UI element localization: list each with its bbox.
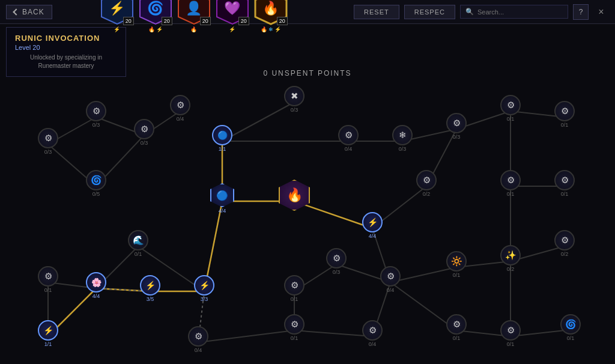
- node-icon: ✨: [500, 245, 521, 265]
- node-label: 0/3: [291, 107, 298, 113]
- node-label: 4/4: [369, 233, 377, 239]
- skill-node-n20[interactable]: ⚙0/1: [38, 266, 58, 293]
- skill-node-n16[interactable]: ⚙0/2: [416, 170, 437, 197]
- node-icon: 🌀: [560, 314, 581, 335]
- skill-node-n32[interactable]: ⚙0/1: [284, 314, 304, 341]
- node-icon: ⚡: [194, 275, 214, 296]
- node-icon: 🌸: [86, 272, 106, 293]
- node-label: 0/3: [399, 146, 407, 152]
- skill-node-n1[interactable]: ⚙0/3: [38, 128, 58, 155]
- back-label: BACK: [22, 8, 44, 16]
- skill-node-n7[interactable]: ✖0/3: [284, 86, 304, 113]
- node-label: 0/1: [507, 341, 515, 347]
- skill-node-n28[interactable]: ✨0/2: [500, 245, 521, 272]
- skill-icon-3[interactable]: 👤 20 🔥: [177, 0, 211, 32]
- close-button[interactable]: ×: [593, 4, 609, 20]
- help-button[interactable]: ?: [573, 4, 589, 20]
- skill-node-n22[interactable]: ⚡3/5: [140, 275, 160, 302]
- skill-node-n10[interactable]: ⚙0/3: [446, 113, 467, 140]
- node-label: 0/4: [369, 341, 377, 347]
- skill-node-n3[interactable]: ⚙0/3: [134, 119, 154, 146]
- skill-node-n29[interactable]: ⚙0/2: [554, 230, 575, 257]
- respec-button[interactable]: RESPEC: [404, 5, 455, 19]
- skill-node-n19[interactable]: 🌊0/1: [128, 230, 148, 257]
- node-icon: ⚙: [446, 314, 467, 335]
- node-label: 3/5: [147, 296, 154, 302]
- node-icon: ⚙: [38, 266, 58, 287]
- skill-node-n9[interactable]: ❄0/3: [392, 125, 413, 152]
- node-icon: ⚙: [188, 326, 208, 347]
- node-icon: ⚙: [134, 119, 154, 139]
- node-icon: ⚙: [500, 95, 521, 115]
- node-label: 0/1: [44, 287, 52, 293]
- node-icon: ⚙: [554, 170, 575, 190]
- node-icon: ⚙: [362, 320, 383, 341]
- skill-icon-5[interactable]: 🔥 20 🔥❄⚡: [254, 0, 288, 32]
- node-icon: ⚙: [326, 248, 347, 268]
- node-icon: 🔆: [446, 251, 467, 271]
- node-icon: ⚙: [500, 320, 521, 341]
- node-label: 0/3: [44, 149, 52, 155]
- skill-node-n31[interactable]: ⚙0/4: [188, 326, 208, 353]
- skill-node-n8[interactable]: ⚙0/4: [338, 125, 359, 152]
- skill-node-n30[interactable]: ⚡1/1: [38, 320, 58, 347]
- skill-node-n35[interactable]: ⚙0/1: [500, 320, 521, 347]
- skill-icon-1[interactable]: ⚡ 20 ⚡: [100, 0, 134, 32]
- node-label: 0/1: [561, 122, 569, 128]
- skill-node-n33[interactable]: ⚙0/4: [362, 320, 383, 347]
- reset-button[interactable]: RESET: [354, 5, 399, 19]
- node-icon: ⚙: [380, 266, 401, 287]
- skill-node-n4[interactable]: ⚙0/4: [170, 95, 190, 122]
- skill-node-n17[interactable]: ⚙0/1: [500, 170, 521, 197]
- skill-level: Level 20: [15, 44, 117, 51]
- skill-node-n11[interactable]: ⚙0/1: [500, 95, 521, 122]
- node-icon: 🔥: [279, 180, 310, 211]
- node-label: 0/3: [141, 140, 148, 146]
- search-box: 🔍: [460, 5, 568, 19]
- skill-node-n27[interactable]: 🔆0/1: [446, 251, 467, 278]
- node-label: 0/1: [291, 296, 298, 302]
- skill-node-n21[interactable]: 🌸4/4: [86, 272, 106, 299]
- skill-icon-4[interactable]: 💜 20 ⚡: [216, 0, 249, 32]
- back-button[interactable]: BACK: [6, 5, 52, 19]
- skill-node-n15[interactable]: ⚡4/4: [362, 212, 383, 239]
- top-right-buttons: RESET RESPEC 🔍 ? ×: [354, 4, 609, 20]
- svg-line-39: [198, 330, 294, 342]
- skill-icon-2[interactable]: 🌀 20 🔥⚡: [139, 0, 172, 32]
- skill-node-n34[interactable]: ⚙0/1: [446, 314, 467, 341]
- skill-node-n2[interactable]: ⚙0/3: [86, 101, 106, 128]
- search-input[interactable]: [477, 8, 562, 16]
- node-icon: ⚙: [338, 125, 359, 145]
- skill-node-n23[interactable]: ⚡3/3: [194, 275, 214, 302]
- skill-node-n36[interactable]: 🌀0/1: [560, 314, 581, 341]
- node-label: 0/3: [453, 134, 461, 140]
- skill-node-n14[interactable]: 🔥: [279, 180, 310, 211]
- skill-node-n24[interactable]: ⚙0/1: [284, 275, 304, 302]
- node-icon: 🌀: [86, 170, 106, 190]
- node-label: 1/1: [44, 341, 52, 347]
- skill-title: Runic Invocation: [15, 34, 117, 43]
- skill-node-n5[interactable]: 🌀0/5: [86, 170, 106, 197]
- skill-description: Unlocked by specializing in Runemaster m…: [15, 53, 117, 70]
- svg-line-17: [222, 102, 294, 141]
- node-icon: ⚙: [446, 113, 467, 133]
- node-label: 0/2: [507, 266, 515, 272]
- node-label: 0/1: [291, 335, 298, 341]
- node-icon: ⚙: [284, 275, 304, 296]
- node-icon: ⚙: [38, 128, 58, 148]
- skill-node-n13[interactable]: 🔵4/4: [210, 183, 234, 214]
- node-icon: ⚙: [284, 314, 304, 335]
- back-arrow-icon: [13, 8, 19, 15]
- skill-node-n6[interactable]: 🔵1/1: [212, 125, 232, 152]
- node-icon: ⚙: [416, 170, 437, 190]
- search-icon: 🔍: [465, 8, 474, 16]
- node-icon: 🌊: [128, 230, 148, 250]
- skill-node-n25[interactable]: ⚙0/3: [326, 248, 347, 275]
- skill-node-n12[interactable]: ⚙0/1: [554, 101, 575, 128]
- node-icon: ✖: [284, 86, 304, 106]
- node-label: 0/1: [135, 251, 142, 257]
- skill-node-n18[interactable]: ⚙0/1: [554, 170, 575, 197]
- skill-node-n26[interactable]: ⚙0/4: [380, 266, 401, 293]
- node-icon: 🔵: [210, 183, 234, 207]
- node-label: 0/3: [92, 122, 100, 128]
